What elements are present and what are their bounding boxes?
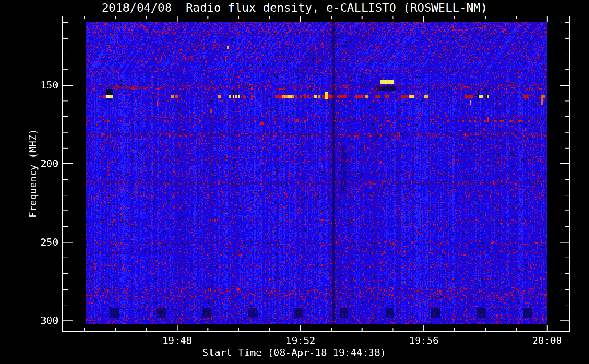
spectrogram-window: 2018/04/08 Radio flux density, e-CALLIST…: [0, 0, 589, 364]
y-tick-label: 150: [15, 79, 58, 91]
y-tick-label: 300: [15, 315, 58, 327]
x-tick-label: 19:48: [148, 335, 206, 346]
x-tick-label: 19:52: [271, 335, 329, 346]
x-axis-label: Start Time (08-Apr-18 19:44:38): [0, 347, 589, 358]
axes-frame: [0, 0, 589, 364]
x-tick-label: 19:56: [395, 335, 453, 346]
y-axis-label: Frequency (MHZ): [27, 129, 39, 218]
x-tick-label: 20:00: [518, 335, 576, 346]
y-tick-label: 250: [15, 237, 58, 248]
